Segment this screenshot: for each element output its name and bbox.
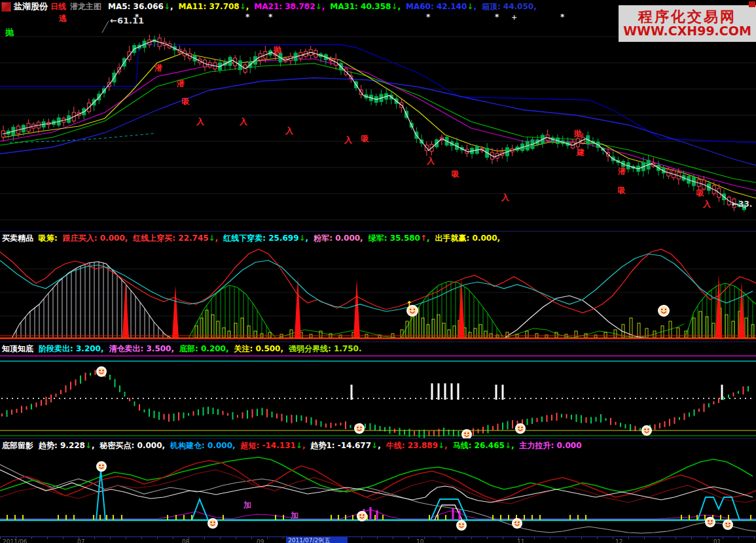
svg-text:吸: 吸 [696, 188, 704, 198]
svg-text:+: + [511, 13, 517, 22]
panel3-title[interactable]: 知顶知底 [2, 343, 33, 355]
app-icon[interactable] [1, 2, 11, 12]
stock-name: 盐湖股份 [14, 1, 48, 12]
sm [723, 520, 732, 529]
axis-date-label: 08 [182, 538, 189, 543]
axis-date-label: 10 [416, 538, 423, 543]
svg-text:入: 入 [196, 117, 205, 126]
svg-text:吸: 吸 [182, 97, 190, 106]
txt: 入 [285, 126, 294, 135]
svg-text:入: 入 [239, 117, 248, 126]
svg-text:潜: 潜 [177, 79, 185, 88]
vbar [376, 510, 378, 520]
svg-text:吸: 吸 [361, 134, 369, 143]
panel3-values: 阶段卖出: 3.200,清仓卖出: 3.500,底部: 0.200,关注: 0.… [39, 343, 367, 355]
ma5-line [3, 41, 746, 208]
vbar [438, 383, 440, 400]
indicator-item: 主力拉升: 0.000 [520, 441, 582, 450]
white-line [0, 470, 753, 502]
panel2-indicator-chart[interactable]: ↑ [0, 244, 756, 342]
txt: * [245, 13, 250, 22]
svg-text:*: * [245, 13, 250, 22]
panel4-header: 底部留影 趋势: 9.228↓,秘密买点: 0.000,机构建仓: 0.000,… [0, 438, 756, 452]
watermark-line1: 程序化交易网 [638, 9, 736, 24]
txt: 抛 [273, 45, 282, 54]
svg-text:*: * [495, 13, 499, 22]
svg-text:入: 入 [702, 200, 711, 209]
txt: 入 [501, 193, 510, 202]
vbar [458, 383, 459, 400]
txt: 抛 [573, 129, 583, 138]
svg-text:加: 加 [290, 511, 298, 520]
svg-text:潜: 潜 [618, 167, 626, 176]
panel4-indicator-chart[interactable]: 加加 [0, 451, 756, 536]
indicator-item: 马线: 26.465↓, [453, 441, 514, 450]
indicator-item: 绿军: 35.580↑, [369, 234, 430, 243]
svg-text:入: 入 [344, 135, 353, 145]
trading-app-window: { "window":{"w":1155,"h":830}, "titlebar… [0, 0, 756, 543]
indicator-item: 出手就赢: 0.000, [435, 234, 501, 243]
volume-bars [195, 308, 754, 338]
sm [516, 424, 525, 433]
white-mountain [12, 262, 171, 338]
txt: 潜 [618, 167, 626, 176]
sm [97, 367, 106, 376]
indicator-item: 秘密买点: 0.000, [100, 441, 166, 450]
spk [172, 285, 179, 338]
panel3-indicator-chart[interactable] [0, 355, 756, 438]
txt: 建 [576, 148, 585, 157]
sm [462, 430, 471, 438]
indicator-item: 机构建仓: 0.000, [170, 441, 236, 450]
txt: * [426, 13, 431, 22]
sm [355, 424, 364, 433]
indicator-item: 超短: -14.131↓, [241, 441, 306, 450]
cursor-date-badge: 2011/07/29(五 [286, 537, 348, 543]
svg-text:逃: 逃 [58, 14, 67, 23]
indicator-item: 红线下穿卖: 25.699↓, [223, 234, 308, 243]
period-label[interactable]: 日线 [50, 1, 66, 12]
indicator-item: 清仓卖出: 3.500, [109, 344, 175, 353]
txt: 吸 [452, 169, 459, 179]
sm [642, 426, 651, 435]
txt: 入 [196, 117, 205, 126]
indicator-item: 趋势1: -14.677↓, [310, 441, 380, 450]
svg-text:*: * [135, 13, 139, 22]
svg-text:吸: 吸 [618, 186, 626, 195]
dark-red-line-1 [0, 461, 756, 500]
txt: * [268, 13, 273, 22]
sm [706, 517, 715, 527]
txt: 吸 [618, 186, 626, 195]
green-mountain-1 [189, 285, 276, 338]
sm [513, 519, 522, 528]
indicator-item: MA11: 37.708↓, [179, 2, 249, 11]
indicator-item: MA21: 38.782↓, [254, 2, 325, 11]
cyan-triangle-1 [192, 499, 208, 520]
sm [407, 306, 418, 316]
mini-bars [1, 370, 749, 438]
panel4-title[interactable]: 底部留影 [2, 440, 33, 451]
cyan-triangle-0 [96, 470, 105, 520]
txt: 加 [290, 511, 298, 520]
svg-text:潜: 潜 [154, 63, 162, 73]
txt: + [511, 13, 517, 22]
svg-text:加: 加 [243, 500, 251, 510]
main-candlestick-chart[interactable]: ←61.11←33.抛逃潜潜吸入入抛入入吸入吸入抛建潜吸吸入*****+** [0, 13, 756, 231]
price-pointer-line [102, 21, 109, 33]
indicator-item: 牛线: 23.889↓, [386, 441, 448, 450]
indicator-item: 强弱分界线: 1.750. [289, 344, 362, 353]
indicator-item: 吸筹: [39, 234, 58, 243]
vbar [351, 385, 353, 400]
txt: 吸 [182, 97, 190, 106]
panel2-title[interactable]: 买卖精品 [2, 233, 33, 244]
txt: 入 [702, 200, 711, 209]
axis-date-label: 12 [615, 538, 622, 543]
svg-text:*: * [268, 13, 273, 22]
spk [353, 279, 360, 338]
vbar [444, 383, 446, 400]
date-axis[interactable]: 2011/07/29(五 2011/0607080910111201 [0, 536, 756, 543]
grid [0, 269, 756, 316]
site-watermark: 程序化交易网 WWW.CXH99.COM [619, 5, 756, 42]
sm [457, 521, 466, 530]
sm [208, 519, 217, 528]
indicator-item: 红线上穿买: 22.745↓, [133, 234, 218, 243]
